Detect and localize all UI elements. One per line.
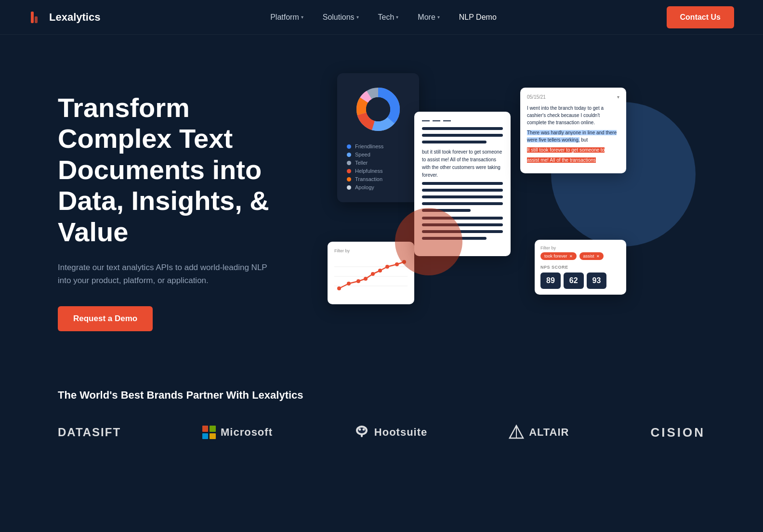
chat-bubble-highlighted: There was hardly anyone in line and ther… bbox=[527, 129, 619, 143]
svg-rect-27 bbox=[361, 433, 363, 437]
logo-link[interactable]: Lexalytics bbox=[29, 10, 100, 25]
bg-circle-orange bbox=[395, 208, 462, 275]
brand-altair: ALTAIR bbox=[509, 425, 569, 440]
hero-visuals: Friendliness Speed Teller Helpfulness Tr… bbox=[299, 73, 734, 324]
altair-icon bbox=[509, 425, 524, 440]
navigation: Lexalytics Platform ▾ Solutions ▾ Tech ▾… bbox=[0, 0, 763, 35]
brands-section: The World's Best Brands Partner With Lex… bbox=[0, 360, 763, 469]
logo-text: Lexalytics bbox=[49, 11, 100, 24]
hero-subtitle: Integrate our text analytics APIs to add… bbox=[58, 261, 270, 287]
svg-point-25 bbox=[358, 428, 361, 431]
svg-point-24 bbox=[358, 428, 366, 433]
svg-point-18 bbox=[371, 272, 375, 276]
legend-helpfulness: Helpfulness bbox=[347, 168, 409, 174]
microsoft-grid-icon bbox=[202, 426, 216, 439]
nps-card: Filter by took forever ✕ assist ✕ NPS SC… bbox=[535, 240, 626, 295]
line-chart-svg bbox=[334, 257, 408, 296]
request-demo-button[interactable]: Request a Demo bbox=[58, 306, 153, 331]
legend-transaction: Transaction bbox=[347, 176, 409, 182]
hootsuite-logo: Hootsuite bbox=[374, 426, 427, 439]
nps-tag-took-forever: took forever ✕ bbox=[540, 252, 577, 260]
close-icon: ✕ bbox=[569, 254, 573, 259]
legend-teller: Teller bbox=[347, 160, 409, 166]
cision-logo: CISION bbox=[650, 425, 705, 440]
chat-header: 05/15/21 ▾ bbox=[527, 94, 619, 100]
chat-bubble-normal: I went into the branch today to get a ca… bbox=[527, 104, 619, 126]
nps-scores: 89 62 93 bbox=[540, 272, 620, 289]
nps-tag-assist: assist ✕ bbox=[579, 252, 604, 260]
nps-score-62: 62 bbox=[564, 272, 584, 289]
nav-item-platform[interactable]: Platform ▾ bbox=[263, 9, 311, 26]
legend-apology: Apology bbox=[347, 184, 409, 190]
svg-rect-1 bbox=[35, 16, 38, 23]
chevron-down-icon: ▾ bbox=[301, 14, 303, 20]
donut-chart-card: Friendliness Speed Teller Helpfulness Tr… bbox=[337, 73, 419, 202]
nav-links: Platform ▾ Solutions ▾ Tech ▾ More ▾ NLP… bbox=[263, 9, 504, 26]
chat-card: 05/15/21 ▾ I went into the branch today … bbox=[520, 88, 626, 173]
nav-item-tech[interactable]: Tech ▾ bbox=[370, 9, 407, 26]
chat-bubble-orange2: assist me! All of the transactions bbox=[527, 156, 619, 164]
microsoft-logo: Microsoft bbox=[221, 426, 273, 439]
nps-label: NPS SCORE bbox=[540, 265, 620, 270]
svg-rect-0 bbox=[31, 12, 34, 23]
chat-text-but: but bbox=[581, 137, 588, 143]
brands-logos: DATASIFT Microsoft Hootsuite bbox=[58, 425, 705, 440]
chat-highlight-orange2: assist me! All of the transactions bbox=[527, 157, 596, 163]
hero-title: Transform Complex Text Documents into Da… bbox=[58, 92, 299, 247]
doc-line bbox=[422, 127, 503, 130]
svg-point-21 bbox=[395, 262, 399, 266]
doc-text: but it still took forever to get someone… bbox=[422, 148, 503, 179]
chevron-down-icon: ▾ bbox=[396, 14, 398, 20]
donut-legend: Friendliness Speed Teller Helpfulness Tr… bbox=[347, 143, 409, 190]
svg-point-15 bbox=[347, 282, 351, 285]
nav-item-nlp-demo[interactable]: NLP Demo bbox=[451, 9, 504, 26]
chat-highlight-blue: There was hardly anyone in line and ther… bbox=[527, 130, 617, 143]
chat-highlight-orange1: It still took forever to get someone to bbox=[527, 147, 605, 153]
brand-microsoft: Microsoft bbox=[202, 426, 273, 439]
donut-chart bbox=[347, 83, 409, 136]
brand-cision: CISION bbox=[650, 425, 705, 440]
nps-score-93: 93 bbox=[587, 272, 607, 289]
altair-logo: ALTAIR bbox=[529, 426, 569, 439]
hero-section: Transform Complex Text Documents into Da… bbox=[0, 35, 763, 360]
chevron-icon: ▾ bbox=[617, 94, 619, 100]
datasift-logo: DATASIFT bbox=[58, 426, 121, 439]
nav-item-solutions[interactable]: Solutions ▾ bbox=[315, 9, 367, 26]
svg-point-9 bbox=[366, 97, 390, 121]
brand-hootsuite: Hootsuite bbox=[354, 425, 427, 440]
hootsuite-icon bbox=[354, 425, 369, 440]
chevron-down-icon: ▾ bbox=[356, 14, 359, 20]
legend-speed: Speed bbox=[347, 152, 409, 157]
logo-icon bbox=[29, 10, 44, 25]
nav-item-more[interactable]: More ▾ bbox=[410, 9, 447, 26]
hero-content: Transform Complex Text Documents into Da… bbox=[58, 73, 299, 331]
brands-title: The World's Best Brands Partner With Lex… bbox=[58, 389, 705, 402]
nps-score-89: 89 bbox=[540, 272, 561, 289]
brand-datasift: DATASIFT bbox=[58, 426, 121, 439]
svg-point-16 bbox=[356, 279, 360, 283]
svg-point-14 bbox=[337, 286, 341, 290]
chat-bubble-orange: It still took forever to get someone to bbox=[527, 146, 619, 154]
contact-button[interactable]: Contact Us bbox=[667, 6, 734, 28]
close-icon: ✕ bbox=[596, 254, 600, 259]
svg-point-20 bbox=[385, 265, 389, 269]
chevron-down-icon: ▾ bbox=[437, 14, 440, 20]
svg-point-19 bbox=[378, 269, 382, 272]
nps-filter-tags: took forever ✕ assist ✕ bbox=[540, 252, 620, 260]
svg-point-26 bbox=[362, 428, 365, 431]
nps-filter-label: Filter by bbox=[540, 246, 620, 250]
chat-date: 05/15/21 bbox=[527, 94, 546, 100]
svg-point-17 bbox=[364, 277, 368, 281]
legend-friendliness: Friendliness bbox=[347, 143, 409, 149]
